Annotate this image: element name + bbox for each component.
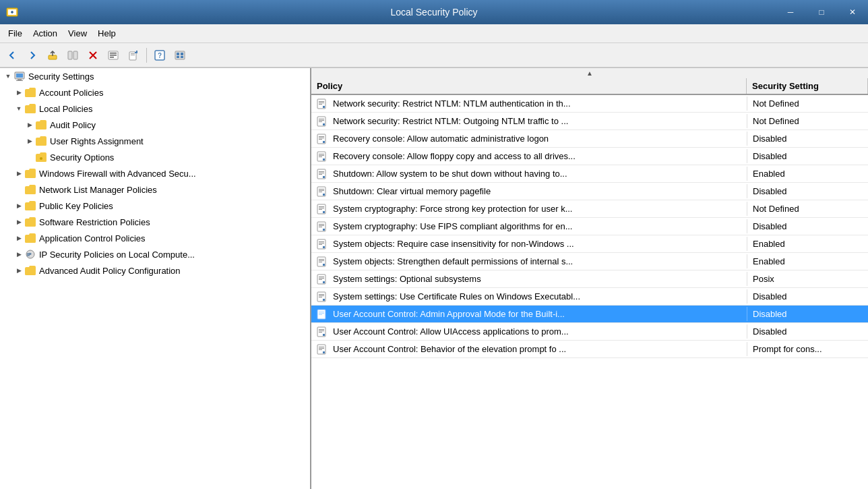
- folder-network-list-icon: [24, 183, 36, 196]
- menu-file[interactable]: File: [3, 26, 28, 40]
- tree-item-windows-firewall[interactable]: ▶ Windows Firewall with Advanced Secu...: [0, 165, 310, 181]
- svg-rect-88: [319, 313, 324, 314]
- help-button[interactable]: ?: [150, 47, 169, 64]
- policy-row-1[interactable]: Network security: Restrict NTLM: NTLM au…: [311, 95, 868, 113]
- expand-windows-firewall[interactable]: ▶: [13, 168, 24, 179]
- delete-button[interactable]: [84, 47, 102, 64]
- svg-rect-22: [16, 80, 23, 81]
- export-button[interactable]: [124, 47, 143, 64]
- menu-action[interactable]: Action: [28, 26, 63, 40]
- expand-advanced-audit[interactable]: ▶: [13, 265, 24, 276]
- svg-rect-28: [319, 103, 324, 103]
- expand-account-policies[interactable]: ▶: [13, 87, 24, 98]
- public-key-label: Public Key Policies: [39, 201, 113, 211]
- tree-item-account-policies[interactable]: ▶ Account Policies: [0, 84, 310, 100]
- tree-item-ip-security[interactable]: ▶ IP IP Security Policies on Local Compu…: [0, 246, 310, 262]
- minimize-button[interactable]: ─: [775, 0, 806, 24]
- policy-row-10[interactable]: System objects: Strengthen default permi…: [311, 253, 868, 270]
- policy-icon-14: [314, 324, 329, 339]
- expand-public-key[interactable]: ▶: [13, 200, 24, 211]
- folder-security-options-icon: [35, 151, 47, 163]
- svg-rect-64: [319, 227, 322, 227]
- policy-setting-8: Disabled: [747, 219, 868, 233]
- policy-setting-15: Prompt for cons...: [747, 342, 868, 356]
- policy-name-13: User Account Control: Admin Approval Mod…: [329, 307, 747, 321]
- tree-item-security-options[interactable]: ▶ Security Options: [0, 149, 310, 165]
- show-hide-button[interactable]: [63, 47, 82, 64]
- svg-rect-33: [319, 120, 324, 121]
- policy-row-3[interactable]: Recovery console: Allow automatic admini…: [311, 130, 868, 148]
- svg-rect-20: [16, 74, 23, 78]
- svg-rect-54: [319, 192, 322, 192]
- tree-item-app-control[interactable]: ▶ Application Control Policies: [0, 230, 310, 246]
- policy-row-9[interactable]: System objects: Require case insensitivi…: [311, 235, 868, 253]
- folder-software-restriction-icon: [24, 216, 36, 228]
- policy-icon-11: [314, 272, 329, 287]
- policy-icon-2: [314, 114, 329, 129]
- folder-app-control-icon: [24, 232, 36, 244]
- expand-security-settings[interactable]: ▼: [3, 71, 13, 82]
- expand-app-control[interactable]: ▶: [13, 233, 24, 243]
- svg-rect-98: [319, 348, 324, 349]
- up-button[interactable]: [43, 47, 62, 64]
- svg-rect-8: [110, 57, 114, 58]
- tree-item-public-key[interactable]: ▶ Public Key Policies: [0, 198, 310, 214]
- expand-ip-security[interactable]: ▶: [13, 249, 24, 260]
- tree-item-user-rights[interactable]: ▶ User Rights Assignment: [0, 133, 310, 149]
- properties-button[interactable]: [104, 47, 123, 64]
- close-button[interactable]: ✕: [837, 0, 868, 24]
- svg-rect-42: [319, 154, 324, 154]
- policy-row-4[interactable]: Recovery console: Allow floppy copy and …: [311, 148, 868, 165]
- app-control-label: Application Control Policies: [39, 233, 146, 243]
- policy-row-14[interactable]: User Account Control: Allow UIAccess app…: [311, 323, 868, 341]
- policy-setting-12: Disabled: [747, 289, 868, 304]
- policy-setting-4: Disabled: [747, 149, 868, 163]
- policy-icon-12: [314, 289, 329, 304]
- maximize-button[interactable]: □: [806, 0, 837, 24]
- policy-name-8: System cryptography: Use FIPS compliant …: [329, 219, 747, 233]
- policy-row-2[interactable]: Network security: Restrict NTLM: Outgoin…: [311, 113, 868, 130]
- svg-rect-70: [323, 246, 325, 248]
- scroll-hint-top: ▲: [311, 68, 868, 78]
- folder-local-policies-icon: [24, 103, 36, 115]
- forward-button[interactable]: [23, 47, 42, 64]
- policy-row-7[interactable]: System cryptography: Force strong key pr…: [311, 200, 868, 218]
- advanced-audit-label: Advanced Audit Policy Configuration: [39, 266, 181, 276]
- svg-rect-15: [177, 53, 179, 55]
- svg-rect-78: [319, 278, 324, 279]
- policy-row-12[interactable]: System settings: Use Certificate Rules o…: [311, 288, 868, 306]
- setting-column-header[interactable]: Security Setting: [747, 78, 868, 94]
- expand-audit-policy[interactable]: ▶: [24, 119, 35, 130]
- policy-setting-3: Disabled: [747, 132, 868, 146]
- policy-row-11[interactable]: System settings: Optional subsystems Pos…: [311, 270, 868, 288]
- policy-row-15[interactable]: User Account Control: Behavior of the el…: [311, 341, 868, 358]
- policy-row-8[interactable]: System cryptography: Use FIPS compliant …: [311, 218, 868, 235]
- policy-setting-14: Disabled: [747, 324, 868, 339]
- policy-column-header[interactable]: Policy: [311, 78, 747, 94]
- policy-row-5[interactable]: Shutdown: Allow system to be shut down w…: [311, 165, 868, 183]
- svg-rect-32: [319, 119, 324, 119]
- menu-help[interactable]: Help: [92, 26, 121, 40]
- tree-item-software-restriction[interactable]: ▶ Software Restriction Policies: [0, 214, 310, 230]
- expand-local-policies[interactable]: ▼: [13, 103, 24, 114]
- menu-view[interactable]: View: [63, 26, 92, 40]
- svg-rect-27: [319, 101, 324, 102]
- tree-item-network-list[interactable]: ▶ Network List Manager Policies: [0, 181, 310, 198]
- mmc-button[interactable]: [170, 47, 189, 64]
- svg-rect-68: [319, 243, 324, 243]
- svg-rect-35: [323, 123, 325, 125]
- user-rights-label: User Rights Assignment: [50, 136, 144, 146]
- audit-policy-label: Audit Policy: [50, 120, 96, 130]
- svg-rect-62: [319, 224, 324, 225]
- expand-software-restriction[interactable]: ▶: [13, 217, 24, 227]
- expand-user-rights[interactable]: ▶: [24, 136, 35, 146]
- tree-item-security-settings[interactable]: ▼ Security Settings: [0, 68, 310, 84]
- back-button[interactable]: [3, 47, 22, 64]
- policy-row-13[interactable]: User Account Control: Admin Approval Mod…: [311, 306, 868, 323]
- tree-item-audit-policy[interactable]: ▶ Audit Policy: [0, 117, 310, 133]
- tree-item-local-policies[interactable]: ▼ Local Policies: [0, 100, 310, 117]
- tree-item-advanced-audit[interactable]: ▶ Advanced Audit Policy Configuration: [0, 262, 310, 279]
- svg-rect-99: [319, 349, 322, 350]
- policy-row-6[interactable]: Shutdown: Clear virtual memory pagefile …: [311, 183, 868, 200]
- svg-rect-49: [319, 174, 322, 175]
